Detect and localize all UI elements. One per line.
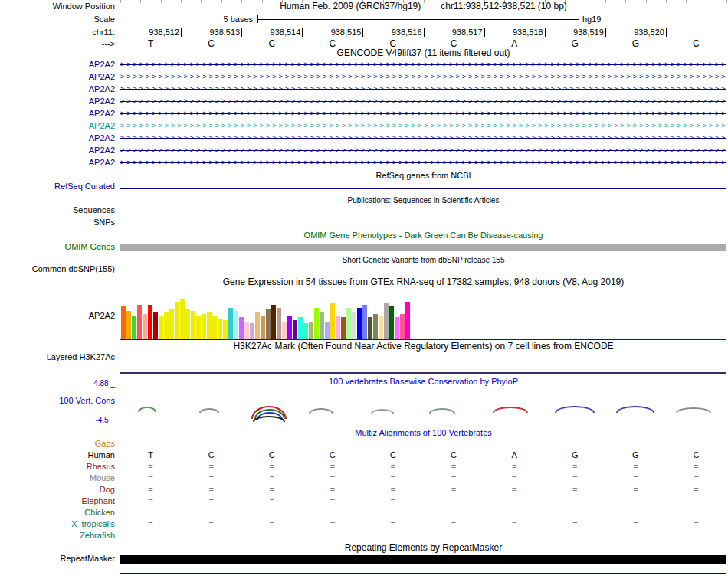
gtex-bar[interactable] <box>143 314 147 339</box>
gene-arrow-line[interactable]: >>>>>>>>>>>>>>>>>>>>>>>>>>>>>>>>>>>>>>>>… <box>120 158 726 168</box>
species-label-elephant[interactable]: Elephant <box>0 496 115 506</box>
cons-track-label[interactable]: 100 Vert. Cons <box>0 396 115 406</box>
gene-arrow-line[interactable]: >>>>>>>>>>>>>>>>>>>>>>>>>>>>>>>>>>>>>>>>… <box>120 84 726 94</box>
coordinate-tick <box>545 28 546 37</box>
gtex-bar[interactable] <box>185 309 190 339</box>
species-label-human[interactable]: Human <box>0 450 115 460</box>
gtex-bar[interactable] <box>303 323 308 339</box>
species-label-zebrafish[interactable]: Zebrafish <box>0 531 115 541</box>
species-label-rhesus[interactable]: Rhesus <box>0 462 115 472</box>
gtex-bar[interactable] <box>228 308 233 339</box>
gtex-bar[interactable] <box>234 311 238 339</box>
scale-value: 5 bases <box>184 15 253 24</box>
gtex-bar[interactable] <box>132 316 136 339</box>
gtex-bar[interactable] <box>389 306 394 339</box>
gtex-bar[interactable] <box>180 299 185 339</box>
gene-label[interactable]: AP2A2 <box>0 158 115 168</box>
gtex-bar[interactable] <box>255 312 260 339</box>
gtex-bar[interactable] <box>373 314 378 339</box>
gene-label[interactable]: AP2A2 <box>0 84 115 94</box>
gene-arrow-line[interactable]: >>>>>>>>>>>>>>>>>>>>>>>>>>>>>>>>>>>>>>>>… <box>120 146 726 155</box>
gtex-bar[interactable] <box>330 303 335 339</box>
gene-label[interactable]: AP2A2 <box>0 121 115 131</box>
gtex-bar[interactable] <box>207 312 212 339</box>
gtex-gene-label[interactable]: AP2A2 <box>0 311 115 321</box>
gtex-bar[interactable] <box>196 316 201 339</box>
gene-arrow-line[interactable]: >>>>>>>>>>>>>>>>>>>>>>>>>>>>>>>>>>>>>>>>… <box>120 72 726 82</box>
gtex-bar[interactable] <box>121 306 126 339</box>
alignment-cell: C <box>302 450 362 460</box>
gtex-bar[interactable] <box>266 309 271 339</box>
gtex-bar[interactable] <box>191 311 195 339</box>
dbsnp-label[interactable]: Common dbSNP(155) <box>0 264 115 274</box>
gtex-bar[interactable] <box>309 322 313 339</box>
gtex-bar[interactable] <box>320 312 324 339</box>
gtex-bar[interactable] <box>159 316 163 339</box>
gene-arrow-line[interactable]: >>>>>>>>>>>>>>>>>>>>>>>>>>>>>>>>>>>>>>>>… <box>120 96 726 106</box>
species-label-x_tropicalis[interactable]: X_tropicalis <box>0 519 115 529</box>
refseq-curated-label[interactable]: RefSeq Curated <box>0 182 115 191</box>
omim-genes-label[interactable]: OMIM Genes <box>0 242 115 252</box>
omim-bar[interactable] <box>120 244 726 251</box>
gene-arrow-line[interactable]: >>>>>>>>>>>>>>>>>>>>>>>>>>>>>>>>>>>>>>>>… <box>120 60 726 70</box>
gtex-bar[interactable] <box>153 312 158 339</box>
gtex-bar[interactable] <box>384 303 389 339</box>
conservation-mark <box>429 408 455 414</box>
gtex-bar[interactable] <box>282 322 287 339</box>
gtex-bar[interactable] <box>395 317 399 339</box>
gtex-bar[interactable] <box>362 305 367 339</box>
gtex-bar[interactable] <box>223 320 228 339</box>
gtex-bar[interactable] <box>277 308 281 339</box>
gtex-bar[interactable] <box>298 317 303 339</box>
gtex-bar[interactable] <box>126 311 131 339</box>
gtex-bar[interactable] <box>336 316 340 339</box>
gtex-bar[interactable] <box>137 305 142 339</box>
repeatmasker-bar[interactable] <box>120 555 726 564</box>
gene-label[interactable]: AP2A2 <box>0 133 115 143</box>
species-label-chicken[interactable]: Chicken <box>0 508 115 518</box>
species-label-dog[interactable]: Dog <box>0 485 115 495</box>
refseq-line[interactable] <box>120 188 726 189</box>
gtex-bar[interactable] <box>218 319 222 339</box>
gene-label[interactable]: AP2A2 <box>0 60 115 70</box>
gtex-bar[interactable] <box>368 317 372 339</box>
gene-label[interactable]: AP2A2 <box>0 96 115 106</box>
gtex-bar[interactable] <box>287 316 292 339</box>
gtex-bar[interactable] <box>341 317 346 339</box>
species-label-gaps[interactable]: Gaps <box>0 439 115 449</box>
gtex-bar[interactable] <box>325 322 330 339</box>
species-label-mouse[interactable]: Mouse <box>0 473 115 483</box>
gene-arrow-line[interactable]: >>>>>>>>>>>>>>>>>>>>>>>>>>>>>>>>>>>>>>>>… <box>120 133 726 143</box>
gtex-bar[interactable] <box>357 308 362 339</box>
gene-arrow-line[interactable]: >>>>>>>>>>>>>>>>>>>>>>>>>>>>>>>>>>>>>>>>… <box>120 109 726 119</box>
gtex-bar[interactable] <box>405 302 410 339</box>
gtex-bar[interactable] <box>271 305 276 339</box>
gtex-bar[interactable] <box>346 308 351 339</box>
h3k27ac-baseline[interactable] <box>120 372 726 374</box>
gtex-bar[interactable] <box>239 317 244 339</box>
h3k27ac-label[interactable]: Layered H3K27Ac <box>0 352 115 362</box>
gtex-bar[interactable] <box>400 314 405 339</box>
alignment-cell: = <box>120 462 181 472</box>
gene-label[interactable]: AP2A2 <box>0 72 115 82</box>
gtex-bar[interactable] <box>352 312 356 339</box>
gtex-bar[interactable] <box>379 316 383 339</box>
gene-label[interactable]: AP2A2 <box>0 146 115 155</box>
gtex-bar[interactable] <box>261 316 265 339</box>
snps-label[interactable]: SNPs <box>0 218 115 227</box>
repeatmasker-label[interactable]: RepeatMasker <box>0 554 115 564</box>
gtex-bar[interactable] <box>169 309 174 339</box>
gtex-bar[interactable] <box>314 308 319 339</box>
gene-arrow-line[interactable]: >>>>>>>>>>>>>>>>>>>>>>>>>>>>>>>>>>>>>>>>… <box>120 121 726 131</box>
gtex-bar[interactable] <box>212 316 217 339</box>
coordinate-tick <box>424 28 425 37</box>
gtex-bar[interactable] <box>175 302 179 339</box>
gtex-bar[interactable] <box>164 312 169 339</box>
gtex-bar[interactable] <box>244 322 249 339</box>
gtex-bar[interactable] <box>148 305 152 339</box>
gtex-bar[interactable] <box>202 314 206 339</box>
gtex-bar[interactable] <box>293 320 297 339</box>
sequences-label[interactable]: Sequences <box>0 205 115 215</box>
gene-label[interactable]: AP2A2 <box>0 109 115 119</box>
gtex-bar[interactable] <box>250 323 254 339</box>
